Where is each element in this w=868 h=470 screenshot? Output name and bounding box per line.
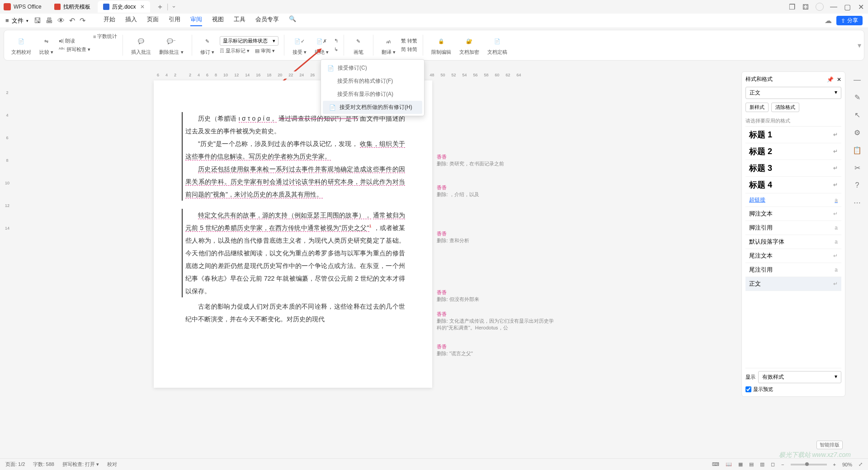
vertical-ruler[interactable]: 2468101214 — [4, 81, 11, 371]
tab-document[interactable]: 历史.docx ✕ — [98, 1, 151, 13]
show-preview-checkbox[interactable]: 显示预览 — [745, 386, 841, 393]
tab-reference[interactable]: 引用 — [169, 15, 180, 26]
outline-view-icon[interactable]: ▥ — [760, 461, 764, 467]
track-changes-button[interactable]: ✎ 修订 ▾ — [198, 35, 217, 56]
prev-change-button[interactable]: ↰ — [334, 38, 338, 44]
minus-icon[interactable]: — — [854, 76, 861, 84]
markup-item[interactable]: 香香删除: 但没有外部来 — [437, 289, 479, 303]
markup-item[interactable]: 香香删除: 类研究，在书面记录之前 — [437, 154, 504, 167]
close-panel-icon[interactable]: ✕ — [837, 76, 841, 83]
zoom-out-icon[interactable]: − — [781, 462, 784, 467]
cloud-icon[interactable]: ☁ — [825, 16, 832, 25]
save-icon[interactable]: 🖫 — [34, 17, 41, 25]
accept-shown-revisions-item[interactable]: 接受所有显示的修订(A) — [321, 88, 424, 101]
reading-view-icon[interactable]: 📖 — [726, 461, 732, 467]
review-pane-button[interactable]: ▤审阅 ▾ — [255, 47, 275, 54]
finalize-button[interactable]: 📄 文档定稿 — [485, 35, 510, 56]
document-page[interactable]: 历史（希腊语 ι σ τ ο ρ ί α， 通过调查获得的知识"）是书 面文件中… — [154, 80, 432, 388]
encrypt-button[interactable]: 🔐 文档加密 — [457, 35, 482, 56]
show-filter-combo[interactable]: 有效样式▾ — [758, 371, 841, 383]
compare-button[interactable]: ⇋ 比较 ▾ — [37, 35, 56, 56]
cube-icon[interactable]: ⚃ — [802, 3, 809, 10]
help-icon[interactable]: ? — [855, 181, 859, 189]
tab-templates[interactable]: 找稻壳模板 — [49, 1, 96, 13]
tab-page[interactable]: 页面 — [147, 15, 159, 26]
accept-revision-item[interactable]: 📄接受修订(C) — [321, 61, 424, 75]
delete-comment-button[interactable]: 💬⁻ 删除批注 ▾ — [156, 35, 186, 56]
markup-item[interactable]: 香香删除: 查和分析 — [437, 230, 469, 244]
more-icon[interactable]: ⋯ — [854, 198, 861, 207]
print-layout-icon[interactable]: ▦ — [738, 461, 743, 467]
markup-item[interactable]: 香香删除: 文化遗产或传说，因为它们没有显示出对历史学科的"无私调查"。Hero… — [437, 311, 559, 331]
translate-button[interactable]: 🗚 翻译 ▾ — [379, 35, 398, 56]
style-item[interactable]: 正文↵ — [745, 277, 841, 291]
show-marks-button[interactable]: ☶显示标记 ▾ — [220, 47, 250, 54]
doc-proof-button[interactable]: 📄 文档校对 — [9, 35, 34, 56]
zoom-level[interactable]: 90% — [842, 462, 852, 467]
new-tab-button[interactable]: ＋ — [156, 2, 164, 12]
avatar[interactable] — [816, 3, 824, 11]
tab-review[interactable]: 审阅 — [190, 15, 202, 26]
clipboard-icon[interactable]: 📋 — [853, 146, 862, 155]
zoom-slider[interactable] — [791, 464, 827, 465]
tab-member[interactable]: 会员专享 — [255, 15, 279, 26]
to-simplified-button[interactable]: 简转简 — [401, 46, 417, 53]
window-multi-icon[interactable]: ❐ — [788, 3, 796, 10]
read-aloud-button[interactable]: 🕬朗读 — [59, 38, 90, 44]
word-count-button[interactable]: ≡字数统计 — [93, 33, 117, 40]
style-item[interactable]: 标题 3↵ — [745, 160, 841, 177]
close-window-icon[interactable]: ✕ — [857, 3, 864, 10]
redo-icon[interactable]: ↷ — [80, 16, 85, 25]
zoom-in-icon[interactable]: + — [833, 462, 836, 467]
to-traditional-button[interactable]: 繁转繁 — [401, 38, 417, 44]
current-style-combo[interactable]: 正文 ▾ — [745, 87, 841, 99]
style-item[interactable]: 标题 4↵ — [745, 177, 841, 193]
print-preview-icon[interactable]: 👁 — [57, 17, 65, 25]
tab-view[interactable]: 视图 — [212, 15, 224, 26]
select-tool-icon[interactable]: ✎ — [854, 93, 860, 102]
style-item[interactable]: 脚注文本↵ — [745, 207, 841, 221]
fit-page-icon[interactable]: ⤢ — [859, 461, 863, 467]
smart-layout-button[interactable]: 智能排版 — [816, 441, 843, 449]
keyboard-icon[interactable]: ⌨ — [712, 461, 719, 467]
tab-home[interactable]: 开始 — [104, 15, 115, 26]
style-item[interactable]: 超链接a — [745, 193, 841, 207]
maximize-icon[interactable]: ▢ — [844, 3, 851, 10]
spell-check-button[interactable]: ᴬᴮᶜ拼写检查 ▾ — [59, 46, 90, 53]
share-button[interactable]: ⇪ 分享 — [836, 16, 863, 25]
word-count[interactable]: 字数: 588 — [33, 461, 54, 468]
pin-icon[interactable]: 📌 — [827, 76, 834, 83]
settings-icon[interactable]: ⚙ — [854, 128, 860, 137]
insert-comment-button[interactable]: 💬 插入批注 — [128, 35, 154, 56]
accept-all-revisions-item[interactable]: 📄接受对文档所做的所有修订(H) — [323, 101, 422, 114]
style-list[interactable]: 标题 1↵标题 2↵标题 3↵标题 4↵超链接a脚注文本↵脚注引用a默认段落字体… — [745, 126, 841, 365]
close-icon[interactable]: ✕ — [140, 4, 145, 10]
minimize-icon[interactable]: — — [830, 3, 837, 10]
clear-format-button[interactable]: 清除格式 — [771, 103, 799, 112]
print-icon[interactable]: 🖶 — [46, 17, 53, 25]
style-item[interactable]: 尾注引用a — [745, 263, 841, 277]
file-menu[interactable]: ≡ 文件 ▾ — [5, 17, 28, 25]
proof-status[interactable]: 校对 — [107, 461, 117, 468]
tools-icon[interactable]: ✂ — [854, 164, 860, 172]
page-indicator[interactable]: 页面: 1/2 — [5, 461, 25, 468]
display-state-combo[interactable]: 显示标记的最终状态▾ — [220, 36, 278, 46]
markup-item[interactable]: 香香删除: ，介绍，以及 — [437, 184, 479, 198]
footnote-ref[interactable]: 1 — [369, 224, 372, 228]
style-item[interactable]: 脚注引用a — [745, 221, 841, 235]
style-item[interactable]: 标题 1↵ — [745, 127, 841, 143]
tab-insert[interactable]: 插入 — [125, 15, 137, 26]
undo-icon[interactable]: ↶ — [69, 16, 75, 25]
ink-button[interactable]: ✎ 画笔 — [349, 35, 368, 56]
accept-format-revisions-item[interactable]: 接受所有的格式修订(F) — [321, 75, 424, 88]
new-style-button[interactable]: 新样式 — [745, 103, 769, 112]
focus-mode-icon[interactable]: ◻ — [771, 461, 775, 467]
tab-list-button[interactable]: › — [171, 6, 177, 8]
reject-button[interactable]: 📄✗ 拒绝 ▾ — [312, 35, 331, 56]
style-item[interactable]: 标题 2↵ — [745, 143, 841, 160]
web-layout-icon[interactable]: ▤ — [749, 461, 754, 467]
spell-status[interactable]: 拼写检查: 打开 ▾ — [62, 461, 99, 468]
style-item[interactable]: 尾注文本↵ — [745, 249, 841, 263]
restrict-edit-button[interactable]: 🔒 限制编辑 — [429, 35, 454, 56]
markup-item[interactable]: 香香删除: "谎言之父" — [437, 343, 473, 357]
